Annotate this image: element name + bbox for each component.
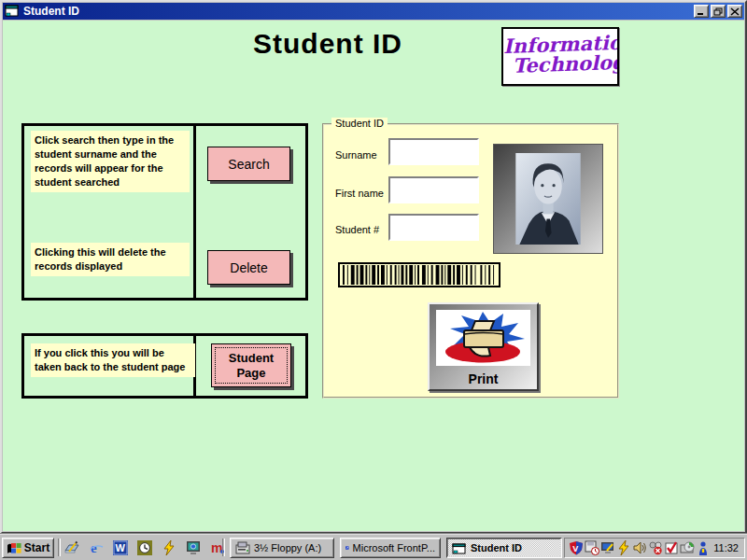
taskbar-clock[interactable]: 11:32 <box>713 542 740 553</box>
windows-logo-icon <box>7 541 21 554</box>
student-page-button-line1: Student <box>229 351 274 366</box>
portrait-image <box>515 153 581 245</box>
minimize-button[interactable] <box>694 5 709 18</box>
close-icon <box>730 7 740 16</box>
student-page-panel: If you click this you will be taken back… <box>21 333 308 399</box>
frontpage-icon <box>345 541 349 554</box>
minimize-icon <box>697 7 706 16</box>
scheduled-scan-icon[interactable] <box>585 540 599 555</box>
app-window: Student ID Student ID Information Techno… <box>0 0 747 534</box>
search-button[interactable]: Search <box>207 147 290 181</box>
task-button-student-id[interactable]: Student ID <box>446 538 562 558</box>
svg-text:V: V <box>572 544 578 553</box>
it-logo: Information Technology <box>501 27 619 86</box>
cd-player-icon[interactable] <box>680 540 695 555</box>
virus-shield-icon[interactable]: V <box>569 540 584 555</box>
search-hint-label: Click search then type in the student su… <box>31 131 190 192</box>
student-number-label: Student # <box>335 224 379 235</box>
first-name-label: First name <box>335 188 384 199</box>
first-name-input[interactable] <box>388 176 479 203</box>
offline-icon[interactable] <box>648 540 663 555</box>
quick-launch-bar: e W m <box>63 538 225 558</box>
student-id-groupbox: Student ID Surname First name Student # <box>322 123 619 399</box>
delete-hint-label: Clicking this will delete the records di… <box>31 243 190 276</box>
svg-text:m: m <box>211 540 222 555</box>
power-icon[interactable] <box>616 540 631 555</box>
screen: Student ID Student ID Information Techno… <box>0 0 747 560</box>
delete-button[interactable]: Delete <box>207 250 290 285</box>
display-settings-icon[interactable] <box>600 540 615 555</box>
print-button-label: Print <box>430 371 537 386</box>
scan-check-icon[interactable] <box>664 540 679 555</box>
student-number-input[interactable] <box>388 214 479 241</box>
student-page-button[interactable]: Student Page <box>211 343 291 387</box>
internet-explorer-icon[interactable]: e <box>88 540 104 556</box>
close-button[interactable] <box>727 5 742 18</box>
surname-input[interactable] <box>388 138 479 165</box>
page-title: Student ID <box>192 28 463 60</box>
titlebar[interactable]: Student ID <box>3 3 744 20</box>
task-button-floppy[interactable]: 3½ Floppy (A:) <box>230 538 334 558</box>
student-photo <box>493 144 603 254</box>
task-button-frontpage[interactable]: Microsoft FrontP... <box>340 538 441 558</box>
start-button[interactable]: Start <box>2 538 54 558</box>
barcode-image <box>338 262 500 287</box>
form-client-area: Student ID Information Technology Click … <box>3 21 744 531</box>
messenger-icon[interactable] <box>696 540 711 555</box>
groupbox-caption: Student ID <box>331 118 388 129</box>
window-title: Student ID <box>23 5 694 18</box>
frontpage-express-icon[interactable] <box>185 540 201 556</box>
svg-text:W: W <box>115 542 125 553</box>
show-desktop-icon[interactable] <box>63 540 79 556</box>
form-icon <box>452 542 467 554</box>
task-button-label: 3½ Floppy (A:) <box>254 542 321 553</box>
start-button-label: Start <box>24 541 49 554</box>
student-page-button-line2: Page <box>236 366 265 381</box>
print-button[interactable]: Print <box>428 302 539 391</box>
task-button-label: Microsoft FrontP... <box>353 542 435 553</box>
student-page-hint-label: If you click this you will be taken back… <box>31 343 195 377</box>
outlook-icon[interactable] <box>136 540 152 556</box>
winamp-icon[interactable] <box>161 540 176 556</box>
floppy-drive-icon <box>235 541 250 554</box>
surname-label: Surname <box>335 149 377 161</box>
restore-icon <box>713 7 723 16</box>
logo-line-2: Technology <box>513 51 618 77</box>
restore-button[interactable] <box>711 5 726 18</box>
taskbar: Start e W m <box>0 534 747 560</box>
volume-icon[interactable] <box>632 540 647 555</box>
form-icon <box>5 5 20 18</box>
word-icon[interactable]: W <box>112 540 128 556</box>
printer-clipart-icon <box>436 310 530 366</box>
search-delete-panel: Click search then type in the student su… <box>21 123 308 301</box>
taskbar-separator <box>58 539 61 556</box>
taskbar-separator <box>222 539 225 556</box>
panel-divider <box>193 126 196 298</box>
task-button-label: Student ID <box>471 542 522 553</box>
system-tray: V 1 <box>564 538 745 558</box>
